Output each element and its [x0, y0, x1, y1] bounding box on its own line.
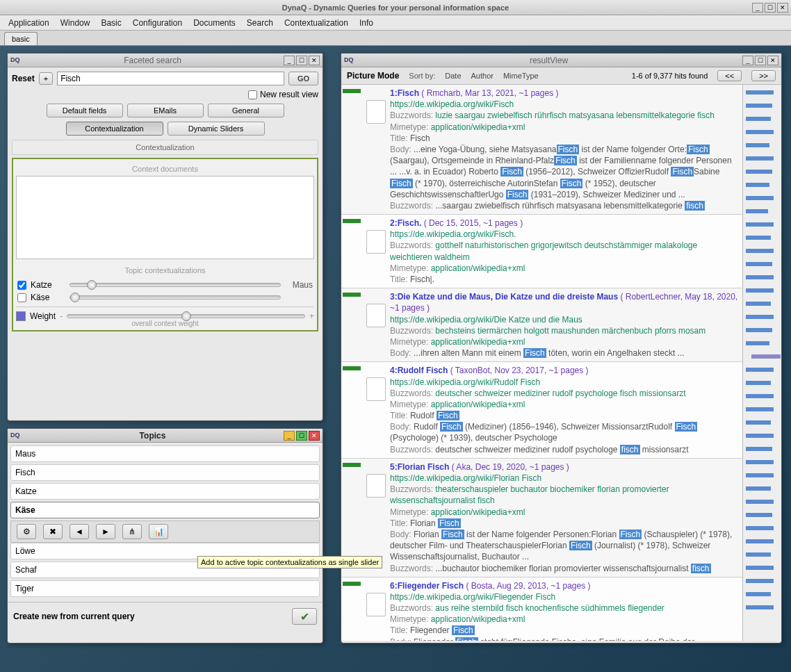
result-url: https://de.wikipedia.org/wiki/Die Katze …	[390, 314, 738, 325]
weight-slider[interactable]	[67, 314, 305, 318]
slider-kaese-checkbox[interactable]	[17, 293, 26, 302]
result-url: https://de.wikipedia.org/wiki/Fliegender…	[390, 591, 738, 603]
new-result-view-checkbox[interactable]	[248, 90, 257, 99]
dq-logo-icon: DQ	[344, 56, 355, 65]
results-rail	[742, 85, 781, 641]
result-close-button[interactable]: ✕	[767, 56, 778, 65]
default-fields-button[interactable]: Default fields	[47, 104, 123, 117]
result-item[interactable]: 2:Fisch. ( Dec 15, 2015, ~1 pages )https…	[341, 215, 742, 288]
topics-panel: DQ Topics _ ☐ ✕ MausFischKatzeKäse⚙✖◄►⋔📊…	[7, 428, 323, 644]
menu-search[interactable]: Search	[241, 17, 279, 29]
context-docs-label: Context documents	[16, 162, 314, 176]
result-meta: ( Rmcharb, Mar 13, 2021, ~1 pages )	[421, 88, 558, 98]
document-icon	[366, 474, 386, 498]
relevance-bar	[343, 291, 361, 359]
document-icon	[366, 230, 386, 254]
menu-configuration[interactable]: Configuration	[127, 17, 188, 29]
result-item[interactable]: 4:Rudolf Fisch ( TaxonBot, Nov 23, 2017,…	[341, 362, 742, 459]
slider-katze-checkbox[interactable]	[17, 281, 26, 290]
menubar: Application Window Basic Configuration D…	[0, 15, 791, 31]
topic-ctx-label: Topic contextualizations	[16, 263, 314, 277]
topics-minimize-button[interactable]: _	[284, 431, 295, 441]
topic-item[interactable]: Maus	[10, 445, 320, 462]
sort-date[interactable]: Date	[445, 72, 461, 80]
result-meta: ( TaxonBot, Nov 23, 2017, ~1 pages )	[450, 366, 589, 375]
picture-mode-label[interactable]: Picture Mode	[347, 71, 399, 81]
slider-katze-maus[interactable]	[70, 283, 281, 287]
document-icon	[366, 100, 386, 124]
dynamic-sliders-button[interactable]: Dynamic Sliders	[168, 122, 265, 136]
topic-item[interactable]: Tiger	[10, 580, 320, 597]
range-slider-icon[interactable]: ►	[96, 524, 115, 539]
result-url: https://de.wikipedia.org/wiki/Fisch	[390, 99, 738, 110]
create-topic-button[interactable]: ✔	[292, 608, 317, 625]
result-title: 3:Die Katze und die Maus, Die Katze und …	[390, 292, 618, 302]
menu-application[interactable]: Application	[3, 17, 55, 29]
panel-minimize-button[interactable]: _	[284, 56, 295, 65]
panel-close-button[interactable]: ✕	[309, 56, 320, 65]
weight-swatch	[16, 311, 26, 321]
sort-by-label: Sort by:	[409, 72, 435, 80]
topics-maximize-button[interactable]: ☐	[296, 431, 307, 441]
tabstrip: basic	[0, 31, 791, 46]
relevance-bar	[343, 88, 361, 211]
document-icon	[366, 593, 386, 616]
topic-item[interactable]: Katze	[10, 483, 320, 500]
result-title: 2:Fisch.	[390, 218, 421, 228]
document-icon	[366, 377, 386, 401]
slider-katze-label: Katze	[31, 280, 65, 290]
result-url: https://de.wikipedia.org/wiki/Fisch.	[390, 229, 738, 240]
prev-page-button[interactable]: <<	[717, 70, 742, 81]
menu-contextualization[interactable]: Contextualization	[279, 17, 354, 29]
next-page-button[interactable]: >>	[751, 70, 776, 81]
settings-icon[interactable]: ⚙	[17, 524, 36, 539]
result-minimize-button[interactable]: _	[742, 56, 753, 65]
result-title: resultView	[355, 56, 742, 65]
slider-maus-label: Maus	[285, 280, 313, 290]
tooltip: Add to active topic contextualizations a…	[197, 556, 382, 568]
emails-button[interactable]: EMails	[127, 104, 204, 117]
topic-item[interactable]: Käse	[10, 502, 320, 518]
contextualization-box: Context documents Topic contextualizatio…	[12, 158, 318, 331]
general-button[interactable]: General	[208, 104, 284, 117]
reset-label[interactable]: Reset	[12, 74, 35, 83]
app-titlebar: DynaQ - Dynamic Queries for your persona…	[0, 0, 791, 15]
document-icon	[366, 304, 386, 327]
result-item[interactable]: 3:Die Katze und die Maus, Die Katze und …	[341, 288, 742, 362]
tab-basic[interactable]: basic	[4, 32, 38, 45]
result-maximize-button[interactable]: ☐	[755, 56, 766, 65]
menu-window[interactable]: Window	[55, 17, 96, 29]
slider-kaese[interactable]	[70, 295, 281, 300]
result-view-panel: DQ resultView _ ☐ ✕ Picture Mode Sort by…	[341, 53, 782, 644]
hits-label: 1-6 of 9,377 hits found	[632, 72, 708, 80]
sort-mimetype[interactable]: MimeType	[503, 72, 539, 80]
relevance-bar	[343, 580, 361, 641]
context-docs-area[interactable]	[16, 176, 314, 259]
result-item[interactable]: 1:Fisch ( Rmcharb, Mar 13, 2021, ~1 page…	[341, 85, 742, 215]
add-term-button[interactable]: +	[39, 72, 53, 85]
menu-basic[interactable]: Basic	[95, 17, 127, 29]
split-icon[interactable]: ⋔	[122, 524, 142, 539]
minimize-button[interactable]: _	[752, 3, 763, 13]
menu-info[interactable]: Info	[354, 17, 379, 29]
maximize-button[interactable]: ☐	[765, 3, 776, 13]
chart-icon[interactable]: 📊	[149, 524, 168, 539]
contextualization-button[interactable]: Contextualization	[66, 122, 163, 136]
menu-documents[interactable]: Documents	[188, 17, 241, 29]
result-item[interactable]: 5:Florian Fisch ( Aka, Dec 19, 2020, ~1 …	[341, 459, 742, 577]
results-list[interactable]: 1:Fisch ( Rmcharb, Mar 13, 2021, ~1 page…	[341, 85, 742, 641]
close-button[interactable]: ✕	[777, 3, 788, 13]
topic-toolbar: ⚙✖◄►⋔📊	[10, 521, 320, 543]
search-input[interactable]	[57, 72, 284, 85]
sort-author[interactable]: Author	[471, 72, 494, 80]
topic-item[interactable]: Fisch	[10, 464, 320, 481]
go-button[interactable]: GO	[288, 72, 318, 85]
result-item[interactable]: 6:Fliegender Fisch ( Bosta, Aug 29, 2013…	[341, 577, 742, 641]
single-slider-icon[interactable]: ◄	[70, 524, 89, 539]
delete-icon[interactable]: ✖	[43, 524, 63, 539]
faceted-search-panel: DQ Faceted search _ ☐ ✕ Reset + GO New r…	[7, 53, 323, 421]
result-title: 4:Rudolf Fisch	[390, 366, 448, 375]
contextualization-header: Contextualization	[13, 140, 318, 154]
panel-maximize-button[interactable]: ☐	[296, 56, 307, 65]
topics-close-button[interactable]: ✕	[309, 431, 320, 441]
